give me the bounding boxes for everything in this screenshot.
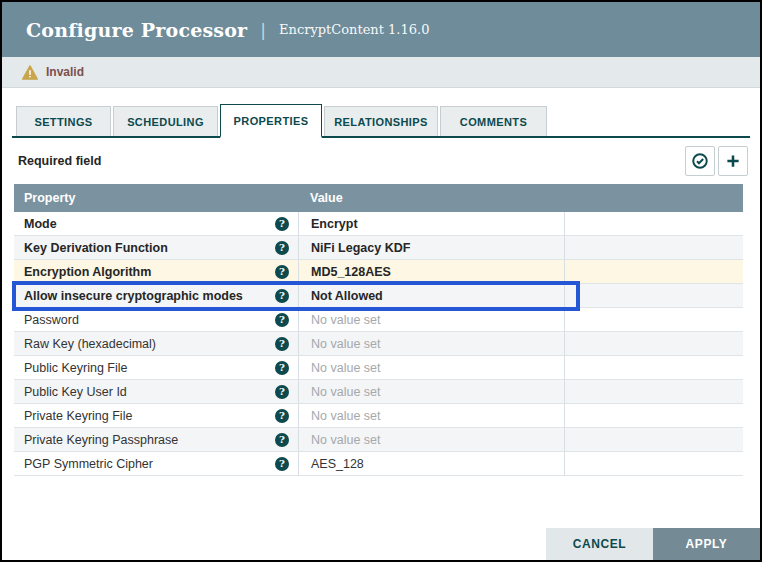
property-name-cell: Key Derivation Function? (14, 236, 298, 259)
question-mark-icon[interactable]: ? (275, 433, 289, 447)
tab-properties[interactable]: PROPERTIES (220, 104, 322, 138)
processor-name-version: EncryptContent 1.16.0 (279, 22, 429, 37)
property-name-cell: Password? (14, 308, 298, 331)
table-row[interactable]: Public Key User Id?No value set (14, 380, 743, 404)
property-value-cell[interactable]: No value set (298, 356, 564, 379)
property-label: Key Derivation Function (24, 241, 168, 255)
property-value-cell[interactable]: No value set (298, 308, 564, 331)
property-value-cell[interactable]: No value set (298, 404, 564, 427)
dialog-title: Configure Processor (26, 19, 247, 41)
tab-bar: SETTINGS SCHEDULING PROPERTIES RELATIONS… (12, 104, 750, 138)
property-name-cell: Public Key User Id? (14, 380, 298, 403)
property-name-cell: Private Keyring File? (14, 404, 298, 427)
properties-table: Property Value Mode?EncryptKey Derivatio… (14, 184, 743, 476)
property-name-cell: Encryption Algorithm? (14, 260, 298, 283)
table-row[interactable]: Password?No value set (14, 308, 743, 332)
verify-properties-icon (691, 152, 709, 170)
property-extra-cell (564, 284, 743, 307)
table-row[interactable]: Raw Key (hexadecimal)?No value set (14, 332, 743, 356)
question-mark-icon[interactable]: ? (275, 337, 289, 351)
table-row[interactable]: Encryption Algorithm?MD5_128AES (14, 260, 743, 284)
property-label: Encryption Algorithm (24, 265, 151, 279)
property-value-cell[interactable]: No value set (298, 428, 564, 451)
question-mark-icon[interactable]: ? (275, 457, 289, 471)
property-name-cell: PGP Symmetric Cipher? (14, 452, 298, 475)
property-label: Password (24, 313, 79, 327)
question-mark-icon[interactable]: ? (275, 313, 289, 327)
property-extra-cell (564, 380, 743, 403)
tab-settings[interactable]: SETTINGS (16, 106, 111, 136)
property-name-cell: Allow insecure cryptographic modes? (14, 284, 298, 307)
column-header-property: Property (14, 191, 298, 205)
property-label: Mode (24, 217, 57, 231)
question-mark-icon[interactable]: ? (275, 241, 289, 255)
property-value-cell[interactable]: AES_128 (298, 452, 564, 475)
property-extra-cell (564, 212, 743, 235)
property-name-cell: Public Keyring File? (14, 356, 298, 379)
question-mark-icon[interactable]: ? (275, 289, 289, 303)
table-row[interactable]: Private Keyring File?No value set (14, 404, 743, 428)
add-property-button[interactable] (718, 146, 748, 176)
column-header-value: Value (298, 191, 564, 205)
title-separator: | (260, 20, 266, 40)
property-extra-cell (564, 452, 743, 475)
question-mark-icon[interactable]: ? (275, 409, 289, 423)
configure-processor-dialog: Configure Processor | EncryptContent 1.1… (0, 0, 762, 562)
table-row[interactable]: Mode?Encrypt (14, 212, 743, 236)
property-name-cell: Mode? (14, 212, 298, 235)
property-label: Public Keyring File (24, 361, 128, 375)
apply-button[interactable]: APPLY (653, 528, 760, 560)
question-mark-icon[interactable]: ? (275, 385, 289, 399)
property-name-cell: Raw Key (hexadecimal)? (14, 332, 298, 355)
property-label: Private Keyring Passphrase (24, 433, 178, 447)
table-row[interactable]: Key Derivation Function?NiFi Legacy KDF (14, 236, 743, 260)
question-mark-icon[interactable]: ? (275, 217, 289, 231)
property-label: Public Key User Id (24, 385, 127, 399)
property-extra-cell (564, 308, 743, 331)
property-value-cell[interactable]: No value set (298, 380, 564, 403)
property-extra-cell (564, 236, 743, 259)
property-name-cell: Private Keyring Passphrase? (14, 428, 298, 451)
property-label: PGP Symmetric Cipher (24, 457, 153, 471)
status-badge: Invalid (46, 65, 84, 79)
dialog-header: Configure Processor | EncryptContent 1.1… (2, 2, 760, 57)
table-row[interactable]: Public Keyring File?No value set (14, 356, 743, 380)
tab-scheduling[interactable]: SCHEDULING (113, 106, 218, 136)
table-row[interactable]: Private Keyring Passphrase?No value set (14, 428, 743, 452)
table-row[interactable]: PGP Symmetric Cipher?AES_128 (14, 452, 743, 476)
table-row[interactable]: Allow insecure cryptographic modes?Not A… (14, 284, 743, 308)
table-header-row: Property Value (14, 184, 743, 212)
property-value-cell[interactable]: No value set (298, 332, 564, 355)
warning-triangle-icon (22, 65, 38, 80)
property-extra-cell (564, 260, 743, 283)
question-mark-icon[interactable]: ? (275, 361, 289, 375)
tab-comments[interactable]: COMMENTS (440, 106, 547, 136)
add-property-icon (724, 152, 742, 170)
property-value-cell[interactable]: Encrypt (298, 212, 564, 235)
property-label: Private Keyring File (24, 409, 132, 423)
properties-toolbar: Required field (12, 138, 750, 184)
tab-relationships[interactable]: RELATIONSHIPS (324, 106, 438, 136)
dialog-content: SETTINGS SCHEDULING PROPERTIES RELATIONS… (2, 104, 760, 476)
required-field-legend: Required field (18, 154, 101, 168)
property-value-cell[interactable]: MD5_128AES (298, 260, 564, 283)
property-value-cell[interactable]: NiFi Legacy KDF (298, 236, 564, 259)
properties-table-rows: Mode?EncryptKey Derivation Function?NiFi… (14, 212, 743, 476)
verify-properties-button[interactable] (685, 146, 715, 176)
property-extra-cell (564, 404, 743, 427)
property-extra-cell (564, 332, 743, 355)
property-extra-cell (564, 356, 743, 379)
property-value-cell[interactable]: Not Allowed (298, 284, 564, 307)
property-extra-cell (564, 428, 743, 451)
property-label: Raw Key (hexadecimal) (24, 337, 156, 351)
validation-status-bar: Invalid (2, 57, 760, 88)
question-mark-icon[interactable]: ? (275, 265, 289, 279)
cancel-button[interactable]: CANCEL (546, 528, 653, 560)
property-label: Allow insecure cryptographic modes (24, 289, 243, 303)
